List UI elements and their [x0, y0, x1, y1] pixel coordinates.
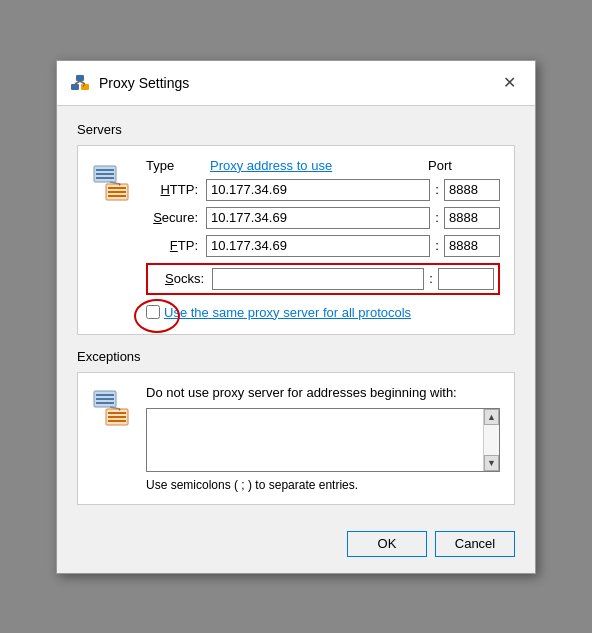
same-proxy-row: Use the same proxy server for all protoc… — [146, 305, 500, 320]
ftp-separator: : — [430, 238, 444, 253]
svg-rect-16 — [96, 402, 114, 404]
exceptions-inner: Do not use proxy server for addresses be… — [92, 385, 500, 492]
exceptions-icon — [92, 385, 134, 492]
ftp-label: FTP: — [146, 238, 206, 253]
col-type-header: Type — [146, 158, 210, 173]
servers-section: Type Proxy address to use Port HTTP: : S… — [77, 145, 515, 335]
http-port-input[interactable] — [444, 179, 500, 201]
svg-line-4 — [80, 81, 85, 84]
dialog-content: Servers — [57, 106, 535, 521]
svg-rect-6 — [96, 169, 114, 171]
dialog-icon — [69, 72, 91, 94]
exceptions-section: Do not use proxy server for addresses be… — [77, 372, 515, 505]
svg-rect-15 — [96, 398, 114, 400]
ok-button[interactable]: OK — [347, 531, 427, 557]
svg-rect-1 — [81, 84, 89, 90]
svg-rect-8 — [96, 177, 114, 179]
exceptions-textarea-wrap: ▲ ▼ — [146, 408, 500, 472]
secure-label: Secure: — [146, 210, 206, 225]
socks-label: Socks: — [152, 271, 212, 286]
scroll-down-button[interactable]: ▼ — [484, 455, 499, 471]
servers-icon — [92, 158, 134, 320]
http-label: HTTP: — [146, 182, 206, 197]
svg-rect-0 — [71, 84, 79, 90]
scroll-track — [484, 425, 499, 455]
title-bar-left: Proxy Settings — [69, 72, 189, 94]
socks-address-input[interactable] — [212, 268, 424, 290]
svg-rect-14 — [96, 394, 114, 396]
secure-row: Secure: : — [146, 207, 500, 229]
servers-form: Type Proxy address to use Port HTTP: : S… — [146, 158, 500, 320]
title-bar: Proxy Settings ✕ — [57, 61, 535, 106]
http-address-input[interactable] — [206, 179, 430, 201]
svg-rect-10 — [108, 187, 126, 189]
same-proxy-label[interactable]: Use the same proxy server for all protoc… — [164, 305, 411, 320]
servers-section-inner: Type Proxy address to use Port HTTP: : S… — [92, 158, 500, 320]
exceptions-description: Do not use proxy server for addresses be… — [146, 385, 500, 400]
scrollbar: ▲ ▼ — [483, 409, 499, 471]
svg-line-3 — [75, 81, 80, 84]
exceptions-textarea[interactable] — [147, 409, 483, 471]
exceptions-label: Exceptions — [77, 349, 515, 364]
http-row: HTTP: : — [146, 179, 500, 201]
exceptions-note: Use semicolons ( ; ) to separate entries… — [146, 478, 500, 492]
secure-address-input[interactable] — [206, 207, 430, 229]
svg-rect-19 — [108, 416, 126, 418]
ftp-port-input[interactable] — [444, 235, 500, 257]
secure-port-input[interactable] — [444, 207, 500, 229]
socks-port-input[interactable] — [438, 268, 494, 290]
col-address-header: Proxy address to use — [210, 158, 428, 173]
svg-rect-12 — [108, 195, 126, 197]
col-port-header: Port — [428, 158, 500, 173]
servers-label: Servers — [77, 122, 515, 137]
secure-separator: : — [430, 210, 444, 225]
exceptions-form: Do not use proxy server for addresses be… — [146, 385, 500, 492]
cancel-button[interactable]: Cancel — [435, 531, 515, 557]
http-separator: : — [430, 182, 444, 197]
ftp-address-input[interactable] — [206, 235, 430, 257]
socks-highlight-row: Socks: : — [146, 263, 500, 295]
same-proxy-checkbox[interactable] — [146, 305, 160, 319]
proxy-settings-dialog: Proxy Settings ✕ Servers — [56, 60, 536, 574]
socks-separator: : — [424, 271, 438, 286]
svg-rect-20 — [108, 420, 126, 422]
svg-rect-2 — [76, 75, 84, 81]
ftp-row: FTP: : — [146, 235, 500, 257]
scroll-up-button[interactable]: ▲ — [484, 409, 499, 425]
svg-rect-11 — [108, 191, 126, 193]
dialog-title: Proxy Settings — [99, 75, 189, 91]
button-bar: OK Cancel — [57, 521, 535, 573]
close-button[interactable]: ✕ — [495, 69, 523, 97]
svg-rect-7 — [96, 173, 114, 175]
column-headers: Type Proxy address to use Port — [146, 158, 500, 173]
svg-rect-18 — [108, 412, 126, 414]
